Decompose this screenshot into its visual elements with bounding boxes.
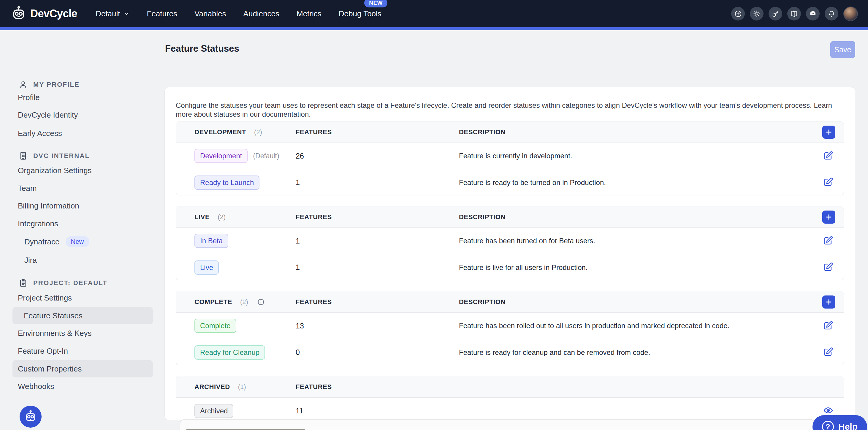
section-count: (2) [254, 128, 262, 136]
nav-item-variables[interactable]: Variables [194, 9, 226, 19]
feature-count: 1 [296, 237, 300, 245]
accent-bar [0, 27, 868, 30]
features-column-header: FEATURES [296, 128, 332, 136]
status-description: Feature has been turned on for Beta user… [459, 237, 595, 245]
book-icon[interactable] [787, 7, 801, 21]
pencil-icon [823, 177, 834, 187]
chevron-down-icon [123, 10, 130, 17]
edit-status-button[interactable] [822, 235, 834, 247]
feature-count: 11 [296, 406, 303, 415]
table-row: Archived 11 [176, 398, 844, 420]
nav-item-debug-tools[interactable]: NEW Debug Tools [339, 9, 381, 19]
brand-logo[interactable]: DevCycle [11, 6, 77, 22]
edit-status-button[interactable] [822, 177, 834, 189]
description-column-header: DESCRIPTION [459, 213, 505, 221]
new-badge: NEW [364, 0, 388, 7]
sidebar-item-team[interactable]: Team [18, 180, 37, 197]
table-row: Development(Default) 26 Feature is curre… [176, 143, 844, 169]
sidebar-item-environments-keys[interactable]: Environments & Keys [18, 325, 92, 342]
feature-count: 1 [296, 178, 300, 186]
edit-status-button[interactable] [822, 320, 834, 332]
org-selector[interactable]: Default [96, 9, 129, 19]
sidebar-item-jira[interactable]: Jira [24, 251, 37, 269]
brand-name: DevCycle [30, 7, 77, 20]
status-description: Feature is currently in development. [459, 152, 572, 160]
add-status-button[interactable] [822, 211, 835, 224]
section-count: (2) [240, 298, 248, 306]
section-complete-header: COMPLETE(2) FEATURES DESCRIPTION [176, 291, 844, 313]
sidebar-item-project-settings[interactable]: Project Settings [18, 289, 72, 306]
feature-statuses-card: Configure the statuses your team uses to… [164, 87, 855, 420]
section-name: DEVELOPMENT [194, 128, 246, 136]
page-title: Feature Statuses [165, 43, 239, 54]
user-avatar[interactable] [843, 6, 858, 21]
clipboard-icon [19, 278, 28, 288]
section-development: DEVELOPMENT(2) FEATURES DESCRIPTION Deve… [176, 121, 844, 195]
section-count: (2) [218, 213, 226, 221]
status-badge: Ready to Launch [194, 176, 259, 190]
status-badge: Archived [194, 404, 233, 418]
section-live-header: LIVE(2) FEATURES DESCRIPTION [176, 206, 844, 228]
app-window: DevCycle Default Features Variables Audi… [0, 0, 868, 430]
sidebar-item-profile[interactable]: Profile [18, 89, 40, 106]
sidebar-item-integrations[interactable]: Integrations [18, 215, 58, 232]
section-count: (1) [238, 383, 246, 391]
feature-count: 13 [296, 321, 304, 330]
user-icon [19, 80, 28, 89]
edit-status-button[interactable] [822, 150, 834, 162]
pencil-icon [823, 235, 834, 246]
devcycle-robot-icon [11, 6, 27, 22]
status-description: Feature is ready for cleanup and can be … [459, 348, 650, 356]
nav-icon-group [731, 6, 858, 21]
status-description: Feature is live for all users in Product… [459, 264, 588, 271]
sidebar-item-devcycle-identity[interactable]: DevCycle Identity [18, 106, 78, 124]
key-icon[interactable] [769, 7, 782, 21]
nav-item-features[interactable]: Features [147, 9, 178, 19]
bell-icon[interactable] [825, 7, 838, 21]
feature-count: 0 [296, 348, 300, 356]
new-pill: New [66, 236, 89, 247]
add-status-button[interactable] [822, 296, 835, 309]
intro-text: Configure the statuses your team uses to… [176, 101, 844, 119]
sidebar-item-custom-properties[interactable]: Custom Properties [12, 360, 153, 377]
status-badge: Development [194, 149, 248, 163]
devcycle-assistant-fab[interactable] [20, 406, 41, 428]
plus-circle-icon[interactable] [731, 7, 745, 21]
nav-item-audiences[interactable]: Audiences [243, 9, 279, 19]
sidebar-item-feature-statuses[interactable]: Feature Statuses [12, 307, 153, 324]
table-row: Ready for Cleanup 0 Feature is ready for… [176, 339, 844, 365]
sidebar-heading-project-default: PROJECT: DEFAULT [19, 278, 107, 288]
question-mark-icon: ? [822, 421, 834, 430]
sidebar-item-organization-settings[interactable]: Organization Settings [18, 162, 92, 179]
sidebar-item-billing-information[interactable]: Billing Information [18, 197, 79, 214]
pencil-icon [823, 150, 834, 161]
add-status-button[interactable] [822, 126, 835, 139]
help-button[interactable]: ? Help [812, 415, 867, 430]
sidebar-item-feature-opt-in[interactable]: Feature Opt-In [18, 342, 68, 360]
description-column-header: DESCRIPTION [459, 298, 505, 306]
pencil-icon [823, 346, 834, 357]
status-badge: Live [194, 260, 219, 275]
gear-icon[interactable] [750, 7, 764, 21]
status-badge: Ready for Cleanup [194, 345, 265, 360]
edit-status-button[interactable] [822, 262, 834, 274]
features-column-header: FEATURES [296, 213, 332, 221]
pencil-icon [823, 262, 834, 272]
header-divider [165, 76, 855, 77]
sidebar: MY PROFILE Profile DevCycle Identity Ear… [0, 30, 160, 430]
edit-status-button[interactable] [822, 346, 834, 359]
discord-icon[interactable] [806, 7, 819, 21]
sidebar-item-dynatrace[interactable]: Dynatrace New [24, 233, 89, 250]
pencil-icon [823, 320, 834, 331]
sidebar-item-webhooks[interactable]: Webhooks [18, 378, 54, 395]
nav-links: Default Features Variables Audiences Met… [96, 9, 381, 19]
features-column-header: FEATURES [296, 298, 332, 306]
default-suffix: (Default) [253, 152, 279, 160]
nav-item-metrics[interactable]: Metrics [297, 9, 321, 19]
info-icon[interactable] [257, 298, 265, 306]
sidebar-item-early-access[interactable]: Early Access [18, 125, 62, 142]
section-archived-header: ARCHIVED(1) FEATURES [176, 376, 844, 398]
save-button[interactable]: Save [830, 41, 855, 58]
help-label: Help [838, 422, 858, 430]
section-name: LIVE [194, 213, 210, 221]
